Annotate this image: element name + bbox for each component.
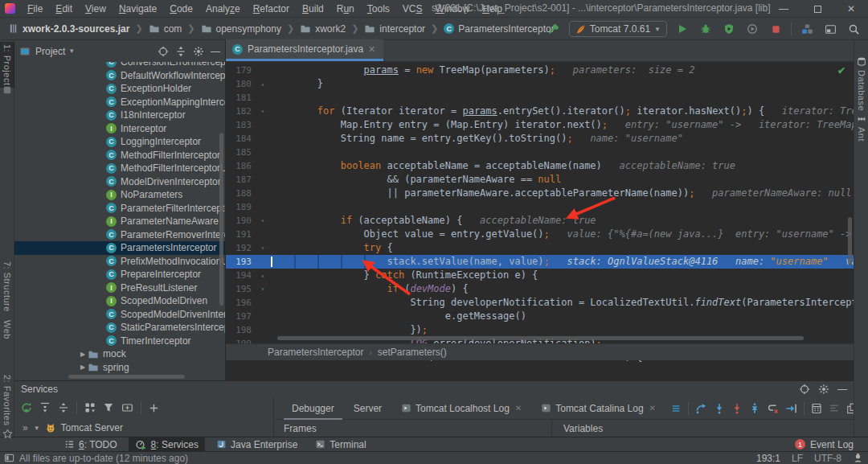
step-into-icon[interactable] (714, 403, 725, 414)
toolwindow-tab-terminal[interactable]: Terminal (309, 437, 372, 452)
search-everywhere-icon[interactable] (845, 21, 862, 37)
menu-run[interactable]: Run (331, 2, 360, 16)
toolwindow-tab-8-services[interactable]: 8: Services (129, 437, 205, 452)
settings-gear-icon[interactable] (193, 46, 204, 57)
mute-breakpoints-icon[interactable] (829, 403, 840, 413)
tree-item-exceptionholder[interactable]: CExceptionHolder (14, 82, 225, 96)
filter-icon[interactable] (103, 402, 114, 413)
menu-tools[interactable]: Tools (362, 2, 395, 16)
menu-code[interactable]: Code (164, 2, 199, 16)
line-number[interactable]: 197 (226, 310, 255, 323)
breadcrumb-class[interactable]: ParametersInterceptor (268, 347, 363, 358)
stripe-button-favorites[interactable]: 2: Favorites (0, 375, 14, 439)
toolwindow-toggle-icon[interactable] (4, 453, 14, 463)
breadcrumb-item-parametersinterceptor[interactable]: CParametersInterceptor (442, 23, 555, 35)
code-editor[interactable]: 179 params = new TreeMap(parameters); pa… (226, 62, 854, 363)
stripe-button-project[interactable]: 1: Project (0, 42, 14, 88)
line-number[interactable]: 183 (226, 118, 255, 132)
menu-navigate[interactable]: Navigate (113, 2, 162, 16)
line-number[interactable]: 187 (226, 173, 255, 187)
tomcat-server-node[interactable]: Tomcat Server (61, 422, 123, 433)
stripe-button-structure[interactable]: 7: Structure (0, 261, 14, 312)
debugger-tab-debugger[interactable]: Debugger (284, 397, 342, 420)
tree-item-i18ninterceptor[interactable]: CI18nInterceptor (14, 109, 225, 122)
file-encoding[interactable]: UTF-8 (814, 453, 841, 464)
fold-marker-icon[interactable]: ▾ (255, 214, 271, 228)
debugger-tab-tomcat-catalina-log[interactable]: Tomcat Catalina Log✕ (533, 397, 664, 420)
maximize-button[interactable] (800, 0, 834, 18)
close-tab-icon[interactable]: ✕ (368, 44, 375, 55)
line-number[interactable]: 194 (226, 269, 255, 282)
profiler-button[interactable] (744, 21, 760, 37)
tree-item-defaultworkflowinterceptor[interactable]: CDefaultWorkflowInterceptor (14, 69, 225, 83)
tree-item-methodfilterinterceptor[interactable]: CMethodFilterInterceptor (14, 149, 225, 162)
project-view-title[interactable]: Project (35, 46, 65, 57)
frames-panel-label[interactable]: Frames (274, 423, 551, 434)
line-number[interactable]: 188 (226, 187, 255, 200)
menu-edit[interactable]: Edit (50, 2, 78, 16)
line-number[interactable]: 189 (226, 200, 255, 214)
tree-item-spring[interactable]: ▶spring (14, 361, 225, 375)
tree-item-methodfilterinterceptorutil[interactable]: CMethodFilterInterceptorUtil (14, 162, 225, 175)
expand-all-icon[interactable] (39, 402, 51, 413)
run-to-cursor-icon[interactable] (785, 403, 797, 414)
minimize-button[interactable]: — (767, 0, 800, 18)
tree-item-timerinterceptor[interactable]: CTimerInterceptor (14, 335, 225, 348)
tree-item-parameternameaware[interactable]: IParameterNameAware (14, 215, 225, 228)
hide-panel-icon[interactable]: — (837, 384, 847, 395)
step-out-icon[interactable] (749, 403, 760, 414)
stripe-button-ant[interactable]: Ant (854, 114, 868, 142)
debugger-tab-tomcat-localhost-log[interactable]: Tomcat Localhost Log✕ (393, 397, 530, 420)
menu-refactor[interactable]: Refactor (248, 2, 295, 16)
variables-panel-label[interactable]: Variables (551, 420, 854, 437)
tree-item-parameterremoverinterceptor[interactable]: CParameterRemoverInterceptor (14, 228, 225, 242)
tree-item-noparameters[interactable]: INoParameters (14, 188, 225, 202)
line-number[interactable]: 196 (226, 296, 255, 310)
hide-panel-icon[interactable]: — (211, 46, 220, 57)
build-hammer-icon[interactable] (546, 21, 562, 37)
tree-item-scopedmodeldriveninterceptor[interactable]: CScopedModelDrivenInterceptor (14, 308, 225, 322)
add-service-icon[interactable] (149, 403, 159, 413)
tree-item-staticparametersinterceptor[interactable]: CStaticParametersInterceptor (14, 321, 225, 335)
line-number[interactable]: 195 (226, 282, 255, 296)
locate-file-icon[interactable] (158, 46, 169, 57)
editor-vertical-scrollbar[interactable] (848, 217, 852, 265)
tool-windows-icon[interactable] (822, 21, 838, 37)
highlighting-level-icon[interactable] (853, 453, 863, 463)
line-number[interactable]: 182 (226, 105, 255, 118)
menu-vcs[interactable]: VCS (397, 2, 428, 16)
run-configuration-select[interactable]: Tomcat 7.0.61 ▼ (569, 21, 667, 37)
collapse-all-icon[interactable] (58, 402, 69, 413)
locate-icon[interactable] (799, 384, 810, 395)
breadcrumb-item-interceptor[interactable]: interceptor (362, 23, 427, 35)
editor-horizontal-scrollbar[interactable] (277, 336, 804, 340)
stop-button[interactable] (768, 21, 784, 37)
line-number[interactable]: 184 (226, 132, 255, 146)
fold-marker-icon[interactable]: ▾ (255, 241, 271, 255)
line-number[interactable]: 181 (226, 91, 255, 105)
collapse-all-icon[interactable] (175, 46, 186, 57)
tree-item-parameterfilterinterceptor[interactable]: CParameterFilterInterceptor (14, 202, 225, 216)
menu-file[interactable]: File (22, 2, 48, 16)
collapsed-arrow-icon[interactable]: ▶ (78, 363, 88, 371)
stripe-button-database[interactable]: Database (854, 56, 868, 111)
menu-analyze[interactable]: Analyze (200, 2, 246, 16)
breadcrumb-item-xwork-2.0.3-sources.jar[interactable]: xwork-2.0.3-sources.jar (6, 23, 131, 35)
fold-marker-icon[interactable]: ▴ (255, 269, 271, 282)
rerun-icon[interactable] (21, 402, 32, 413)
editor-tab[interactable]: C ParametersInterceptor.java ✕ (226, 39, 383, 61)
add-pattern-icon[interactable] (121, 402, 133, 413)
commit-toolwindow-icon[interactable] (0, 85, 14, 95)
tree-vertical-scrollbar[interactable] (219, 133, 223, 306)
tree-item-modeldriveninterceptor[interactable]: CModelDrivenInterceptor (14, 175, 225, 189)
line-number[interactable]: 193 (226, 255, 255, 269)
line-number[interactable]: 198 (226, 323, 255, 337)
force-step-into-icon[interactable] (731, 403, 743, 414)
tree-item-logginginterceptor[interactable]: CLoggingInterceptor (14, 135, 225, 149)
collapsed-arrow-icon[interactable]: ▶ (78, 351, 88, 358)
line-number[interactable]: 185 (226, 146, 255, 159)
expanded-arrow-icon[interactable]: ▼ (34, 425, 40, 432)
fold-marker-icon[interactable]: ▴ (255, 77, 271, 91)
tree-item-interceptor[interactable]: IInterceptor (14, 122, 225, 136)
toolwindow-tab-java-enterprise[interactable]: Java Enterprise (210, 437, 304, 452)
